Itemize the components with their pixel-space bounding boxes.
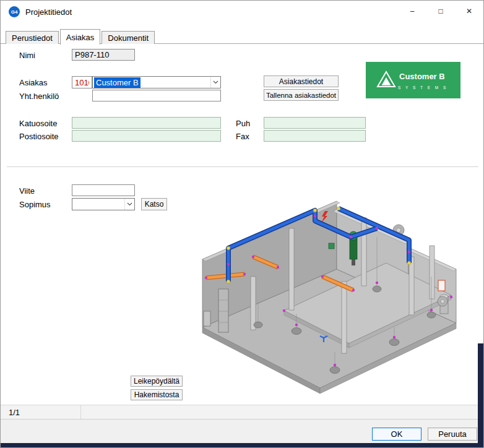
page-indicator: 1/1: [1, 405, 81, 419]
asiakas-combobox[interactable]: Customer B: [92, 76, 221, 88]
asiakas-selected-value: Customer B: [94, 77, 140, 88]
logo-subtitle: S Y S T E M S: [398, 85, 447, 90]
postiosoite-label: Postiosoite: [19, 132, 59, 141]
maximize-button[interactable]: □: [426, 1, 455, 22]
fax-label: Fax: [236, 132, 249, 141]
nimi-field[interactable]: [72, 49, 135, 61]
yhthenkilo-label: Yht.henkilö: [19, 92, 59, 101]
window-controls: – □ ✕: [398, 1, 483, 22]
footer: OK Peruuta: [1, 420, 483, 444]
sopimus-combobox[interactable]: [72, 198, 135, 210]
tab-dokumentit[interactable]: Dokumentit: [102, 31, 155, 44]
katuosoite-field[interactable]: [72, 117, 221, 129]
katuosoite-label: Katuosoite: [19, 119, 57, 128]
logo-triangle-icon: [376, 70, 397, 90]
background-edge-bottom: [1, 443, 483, 447]
dropdown-arrow-icon[interactable]: [124, 199, 134, 210]
tab-perustiedot[interactable]: Perustiedot: [6, 31, 59, 44]
asiakastiedot-button[interactable]: Asiakastiedot: [264, 75, 339, 87]
puh-field[interactable]: [264, 117, 366, 129]
cad-3d-model-image: [191, 184, 460, 402]
peruuta-button[interactable]: Peruuta: [428, 428, 477, 441]
yhthenkilo-field[interactable]: [92, 90, 221, 101]
nimi-label: Nimi: [19, 51, 35, 60]
viite-field[interactable]: [72, 184, 135, 196]
fax-field[interactable]: [264, 130, 366, 142]
tab-asiakas[interactable]: Asiakas: [60, 29, 101, 45]
hakemistosta-button[interactable]: Hakemistosta: [131, 389, 183, 400]
logo-title: Customer B: [399, 72, 445, 81]
status-bar: 1/1: [1, 405, 483, 420]
close-button[interactable]: ✕: [455, 1, 483, 22]
postiosoite-field[interactable]: [72, 130, 221, 142]
customer-logo: Customer B S Y S T E M S: [366, 62, 460, 98]
leikepoydalta-button[interactable]: Leikepöydältä: [131, 376, 183, 387]
app-icon: G4: [9, 6, 20, 17]
puh-label: Puh: [236, 119, 250, 128]
project-3d-preview: [191, 184, 460, 402]
viite-label: Viite: [19, 186, 35, 196]
sopimus-label: Sopimus: [19, 200, 51, 209]
sopimus-selected-value: [74, 204, 77, 205]
asiakas-code-field[interactable]: [72, 76, 92, 88]
katso-button[interactable]: Katso: [141, 198, 167, 210]
asiakas-label: Asiakas: [19, 78, 48, 87]
section-separator: [7, 166, 478, 167]
background-edge-right: [478, 343, 483, 447]
tallenna-asiakastiedot-button[interactable]: Tallenna asiakastiedot: [264, 89, 339, 101]
ok-button[interactable]: OK: [372, 428, 421, 441]
dropdown-arrow-icon[interactable]: [210, 77, 220, 88]
tab-bar: Perustiedot Asiakas Dokumentit: [6, 28, 156, 44]
projektitiedot-dialog: G4 Projektitiedot – □ ✕ Perustiedot Asia…: [0, 0, 484, 448]
minimize-button[interactable]: –: [398, 1, 426, 22]
window-title: Projektitiedot: [25, 7, 72, 17]
